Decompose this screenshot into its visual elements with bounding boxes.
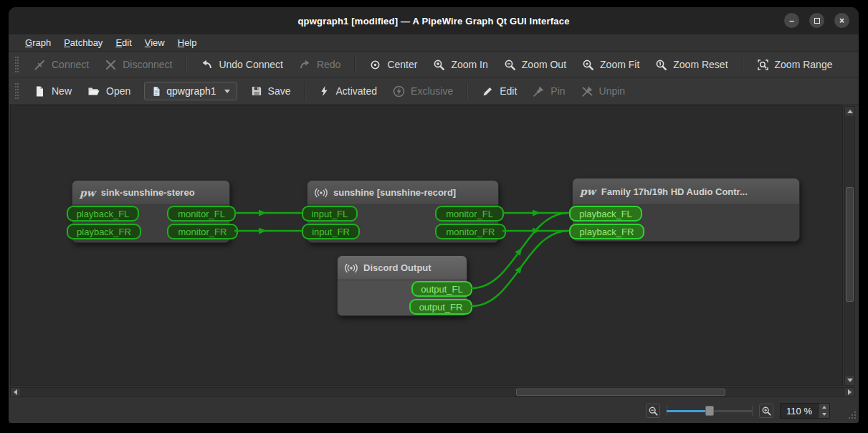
titlebar[interactable]: qpwgraph1 [modified] — A PipeWire Graph … bbox=[9, 7, 859, 34]
port-output-fr[interactable]: output_FR bbox=[409, 299, 472, 315]
center-icon bbox=[369, 59, 381, 71]
menu-view[interactable]: View bbox=[138, 36, 171, 49]
menu-edit[interactable]: Edit bbox=[109, 36, 138, 49]
redo-icon bbox=[299, 59, 311, 71]
toolbar-separator bbox=[304, 82, 305, 100]
redo-button[interactable]: Redo bbox=[291, 55, 348, 75]
port-monitor-fl[interactable]: monitor_FL bbox=[435, 206, 504, 222]
scroll-down-button[interactable] bbox=[845, 376, 854, 385]
connect-button[interactable]: Connect bbox=[26, 55, 97, 75]
scroll-up-button[interactable] bbox=[845, 107, 854, 116]
port-playback-fl[interactable]: playback_FL bbox=[569, 206, 642, 222]
exclusive-icon bbox=[393, 85, 405, 97]
port-input-fr[interactable]: input_FR bbox=[302, 224, 360, 239]
save-icon bbox=[251, 85, 262, 97]
toolbar-drag-handle[interactable] bbox=[15, 83, 19, 99]
spin-up-button[interactable] bbox=[819, 404, 829, 411]
unpin-button[interactable]: Unpin bbox=[573, 82, 634, 101]
patchbay-selector-value: qpwgraph1 bbox=[166, 85, 216, 97]
port-monitor-fl[interactable]: monitor_FL bbox=[167, 206, 236, 222]
zoom-range-button[interactable]: Zoom Range bbox=[749, 55, 841, 75]
scroll-right-button[interactable] bbox=[845, 388, 854, 396]
statusbar-zoom-out-button[interactable] bbox=[646, 404, 660, 418]
stream-icon bbox=[315, 187, 328, 199]
node-header[interactable]: pw Family 17h/19h HD Audio Contr... bbox=[573, 179, 799, 205]
menu-graph[interactable]: Graph bbox=[19, 36, 57, 49]
patchbay-file-icon bbox=[151, 86, 162, 97]
zoom-out-icon bbox=[648, 406, 659, 417]
arrow-down-icon bbox=[822, 413, 826, 416]
edit-icon bbox=[482, 85, 494, 97]
arrow-left-icon bbox=[14, 389, 17, 395]
zoom-reset-icon bbox=[655, 59, 667, 71]
save-button[interactable]: Save bbox=[243, 82, 299, 100]
statusbar-zoom-in-button[interactable] bbox=[759, 404, 773, 418]
zoom-slider-handle[interactable] bbox=[705, 406, 714, 416]
stream-icon bbox=[345, 262, 358, 274]
zoom-in-button[interactable]: Zoom In bbox=[425, 55, 495, 75]
new-button[interactable]: New bbox=[26, 82, 80, 101]
open-folder-icon bbox=[87, 85, 100, 97]
vertical-scrollbar-thumb[interactable] bbox=[846, 187, 854, 302]
zoom-out-button[interactable]: Zoom Out bbox=[496, 55, 574, 75]
port-playback-fr[interactable]: playback_FR bbox=[67, 224, 141, 239]
zoom-reset-button[interactable]: Zoom Reset bbox=[647, 55, 735, 75]
open-button[interactable]: Open bbox=[80, 82, 138, 101]
disconnect-button[interactable]: Disconnect bbox=[97, 55, 180, 75]
node-header[interactable]: Discord Output bbox=[338, 256, 467, 280]
menu-help[interactable]: Help bbox=[171, 36, 204, 49]
zoom-slider[interactable] bbox=[667, 404, 753, 418]
zoom-in-icon bbox=[433, 59, 445, 71]
port-playback-fl[interactable]: playback_FL bbox=[67, 206, 139, 222]
spin-down-button[interactable] bbox=[819, 411, 829, 418]
horizontal-scrollbar[interactable] bbox=[10, 387, 855, 397]
menu-patchbay[interactable]: Patchbay bbox=[57, 36, 109, 49]
port-playback-fr[interactable]: playback_FR bbox=[569, 224, 644, 239]
node-title: sunshine [sunshine-record] bbox=[333, 187, 456, 198]
zoom-fit-button[interactable]: Zoom Fit bbox=[574, 55, 647, 75]
minimize-button[interactable]: – bbox=[784, 13, 799, 28]
horizontal-scrollbar-thumb[interactable] bbox=[516, 389, 725, 396]
port-output-fl[interactable]: output_FL bbox=[411, 281, 472, 297]
new-file-icon bbox=[34, 85, 46, 97]
port-monitor-fr[interactable]: monitor_FR bbox=[167, 224, 238, 239]
zoom-range-icon bbox=[757, 59, 769, 71]
window-controls: – × bbox=[784, 13, 849, 28]
window-resize-grip[interactable] bbox=[847, 411, 856, 420]
pin-button[interactable]: Pin bbox=[525, 82, 573, 101]
graph-viewport[interactable] bbox=[10, 105, 843, 386]
center-button[interactable]: Center bbox=[361, 55, 425, 75]
zoom-fit-icon bbox=[582, 59, 594, 71]
scroll-left-button[interactable] bbox=[11, 388, 20, 396]
disconnect-icon bbox=[105, 59, 117, 71]
vertical-scrollbar[interactable] bbox=[844, 106, 855, 386]
zoom-out-icon bbox=[504, 59, 516, 71]
minimize-icon: – bbox=[789, 16, 794, 25]
port-input-fl[interactable]: input_FL bbox=[302, 206, 358, 222]
activated-button[interactable]: Activated bbox=[311, 82, 385, 100]
maximize-button[interactable] bbox=[809, 13, 824, 28]
port-monitor-fr[interactable]: monitor_FR bbox=[435, 224, 506, 239]
node-header[interactable]: sunshine [sunshine-record] bbox=[307, 181, 498, 205]
patchbay-selector[interactable]: qpwgraph1 bbox=[144, 82, 237, 100]
toolbar-main: Connect Disconnect Undo Connect Redo Cen… bbox=[9, 52, 859, 78]
graph-canvas[interactable]: pw sink-sunshine-stereo playback_FL play… bbox=[9, 105, 859, 399]
node-sink-sunshine-stereo[interactable]: pw sink-sunshine-stereo playback_FL play… bbox=[72, 180, 230, 243]
exclusive-button[interactable]: Exclusive bbox=[385, 82, 461, 101]
node-title: sink-sunshine-stereo bbox=[101, 187, 195, 198]
node-header[interactable]: pw sink-sunshine-stereo bbox=[72, 181, 229, 205]
unpin-icon bbox=[581, 85, 593, 97]
chevron-down-icon bbox=[224, 90, 230, 93]
node-sunshine[interactable]: sunshine [sunshine-record] input_FL inpu… bbox=[307, 180, 499, 243]
zoom-spinbox[interactable]: 110 % bbox=[780, 403, 830, 419]
node-title: Discord Output bbox=[363, 262, 431, 273]
close-button[interactable]: × bbox=[834, 13, 849, 28]
node-family-hd-audio[interactable]: pw Family 17h/19h HD Audio Contr... play… bbox=[572, 178, 800, 242]
arrow-up-icon bbox=[847, 110, 853, 113]
node-discord-output[interactable]: Discord Output output_FL output_FR bbox=[337, 255, 467, 316]
undo-connect-button[interactable]: Undo Connect bbox=[193, 55, 291, 75]
toolbar-separator bbox=[186, 56, 187, 73]
toolbar-drag-handle[interactable] bbox=[15, 57, 19, 72]
pin-icon bbox=[533, 85, 545, 97]
edit-button[interactable]: Edit bbox=[474, 82, 525, 101]
